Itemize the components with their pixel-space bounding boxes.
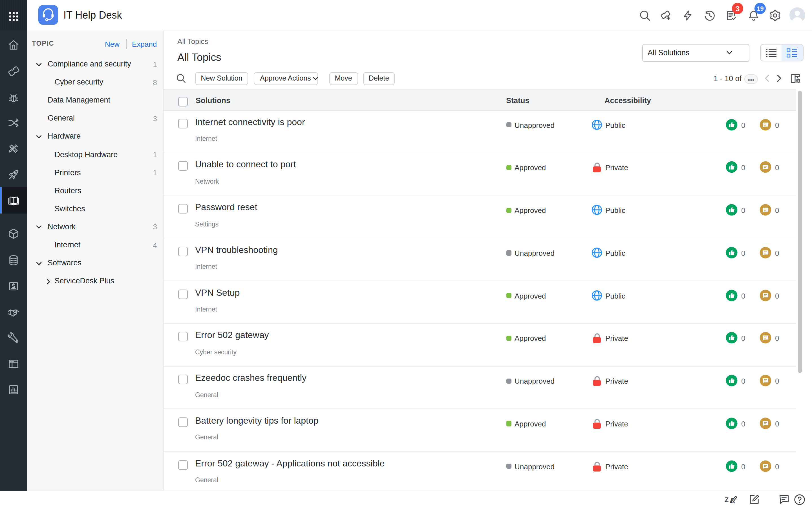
svg-text:Z: Z	[725, 496, 728, 504]
